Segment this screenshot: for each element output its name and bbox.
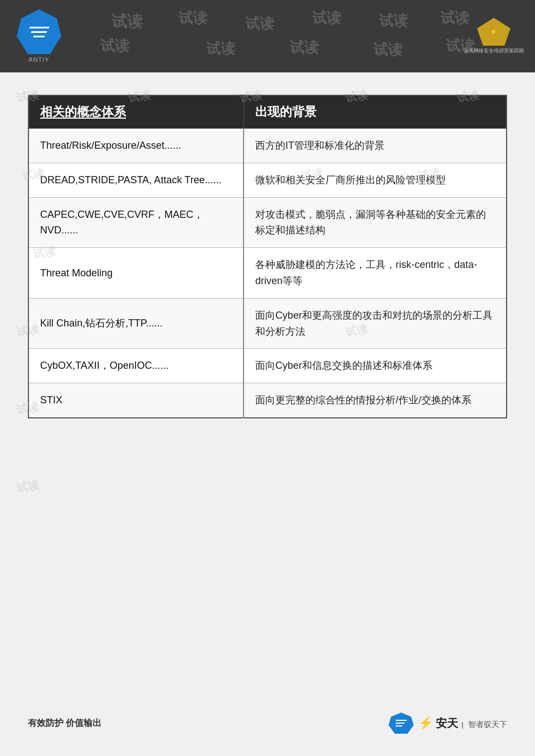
table-cell-col2: 面向Cyber和更高强度的攻击和对抗的场景的分析工具和分析方法 bbox=[244, 298, 507, 349]
logo-area: ANTIY bbox=[11, 6, 67, 67]
table-row: STIX面向更完整的综合性的情报分析/作业/交换的体系 bbox=[28, 383, 507, 418]
top-right-text: 业关网络安全培训营第四期 bbox=[464, 47, 524, 55]
header-wm-7: 试读 bbox=[100, 36, 129, 56]
header-wm-10: 试读 bbox=[373, 40, 402, 60]
header: ANTIY 试读 试读 试读 试读 试读 试读 试读 试读 试读 试读 试读 ⚡… bbox=[0, 0, 535, 72]
header-wm-1: 试读 bbox=[111, 11, 143, 32]
logo-hexagon bbox=[17, 9, 61, 54]
footer-separator: | bbox=[461, 720, 463, 729]
footer-brand-main: 安天 bbox=[436, 717, 458, 729]
logo-line-3 bbox=[33, 36, 45, 37]
header-wm-2: 试读 bbox=[178, 8, 207, 28]
logo-text: ANTIY bbox=[28, 56, 49, 63]
table-cell-col2: 对攻击模式，脆弱点，漏洞等各种基础的安全元素的标定和描述结构 bbox=[244, 197, 507, 248]
logo-line-1 bbox=[29, 27, 49, 28]
table-cell-col1: STIX bbox=[28, 383, 244, 418]
footer-logo-line-3 bbox=[395, 725, 402, 726]
footer-brand-sub: 智者驭天下 bbox=[468, 720, 507, 729]
table-cell-col2: 面向更完整的综合性的情报分析/作业/交换的体系 bbox=[244, 383, 507, 418]
table-row: Threat Modeling各种威胁建模的方法论，工具，risk-centri… bbox=[28, 248, 507, 299]
top-right-icon: ⚡ bbox=[477, 18, 510, 46]
header-wm-3: 试读 bbox=[245, 14, 274, 33]
table-cell-col2: 微软和相关安全厂商所推出的风险管理模型 bbox=[244, 163, 507, 197]
table-cell-col1: Threat Modeling bbox=[28, 248, 244, 299]
footer-logo-line-1 bbox=[395, 720, 407, 721]
footer-brand: ⚡ 安天 | 智者驭天下 bbox=[418, 716, 507, 731]
footer-left-text: 有效防护 价值输出 bbox=[28, 718, 101, 729]
table-cell-col2: 各种威胁建模的方法论，工具，risk-centric，data-driven等等 bbox=[244, 248, 507, 299]
main-content: 试读 试读 试读 试读 试读 试读 试读 试读 试读 试读 试读 试读 试读 相… bbox=[0, 72, 535, 685]
header-wm-4: 试读 bbox=[312, 8, 341, 28]
table-header-row: 相关的概念体系 出现的背景 bbox=[28, 95, 507, 129]
header-wm-8: 试读 bbox=[206, 39, 235, 58]
table-row: CAPEC,CWE,CVE,CVRF，MAEC，NVD......对攻击模式，脆… bbox=[28, 197, 507, 248]
concept-table: 相关的概念体系 出现的背景 Threat/Risk/Exposure/Asset… bbox=[28, 95, 507, 418]
table-cell-col1: CAPEC,CWE,CVE,CVRF，MAEC，NVD...... bbox=[28, 197, 244, 248]
table-row: CybOX,TAXII，OpenIOC......面向Cyber和信息交换的描述… bbox=[28, 349, 507, 383]
logo-lines bbox=[30, 27, 49, 37]
table-row: DREAD,STRIDE,PASTA, Attack Tree......微软和… bbox=[28, 163, 507, 197]
wm-main-13: 试读 bbox=[16, 477, 40, 496]
header-wm-9: 试读 bbox=[290, 38, 319, 57]
table-cell-col1: CybOX,TAXII，OpenIOC...... bbox=[28, 349, 244, 383]
header-wm-5: 试读 bbox=[379, 11, 408, 31]
footer-brand-icon: ⚡ bbox=[418, 716, 433, 730]
logo-line-2 bbox=[31, 31, 47, 33]
col2-header: 出现的背景 bbox=[244, 95, 507, 129]
table-cell-col2: 西方的IT管理和标准化的背景 bbox=[244, 129, 507, 163]
footer-right: ⚡ 安天 | 智者驭天下 bbox=[388, 713, 507, 734]
footer-logo-line-2 bbox=[395, 723, 405, 724]
footer-logo-icon bbox=[388, 713, 414, 734]
table-cell-col2: 面向Cyber和信息交换的描述和标准体系 bbox=[244, 349, 507, 383]
footer-logo-lines bbox=[396, 720, 407, 726]
col1-header: 相关的概念体系 bbox=[28, 95, 244, 129]
table-row: Kill Chain,钻石分析,TTP......面向Cyber和更高强度的攻击… bbox=[28, 298, 507, 349]
table-cell-col1: DREAD,STRIDE,PASTA, Attack Tree...... bbox=[28, 163, 244, 197]
table-cell-col1: Threat/Risk/Exposure/Asset...... bbox=[28, 129, 244, 163]
table-cell-col1: Kill Chain,钻石分析,TTP...... bbox=[28, 298, 244, 349]
table-row: Threat/Risk/Exposure/Asset......西方的IT管理和… bbox=[28, 129, 507, 163]
header-watermarks: 试读 试读 试读 试读 试读 试读 试读 试读 试读 试读 试读 bbox=[67, 0, 524, 72]
top-right-logo: ⚡ 业关网络安全培训营第四期 bbox=[464, 18, 524, 55]
footer: 有效防护 价值输出 ⚡ 安天 | 智者驭天下 bbox=[28, 713, 507, 734]
